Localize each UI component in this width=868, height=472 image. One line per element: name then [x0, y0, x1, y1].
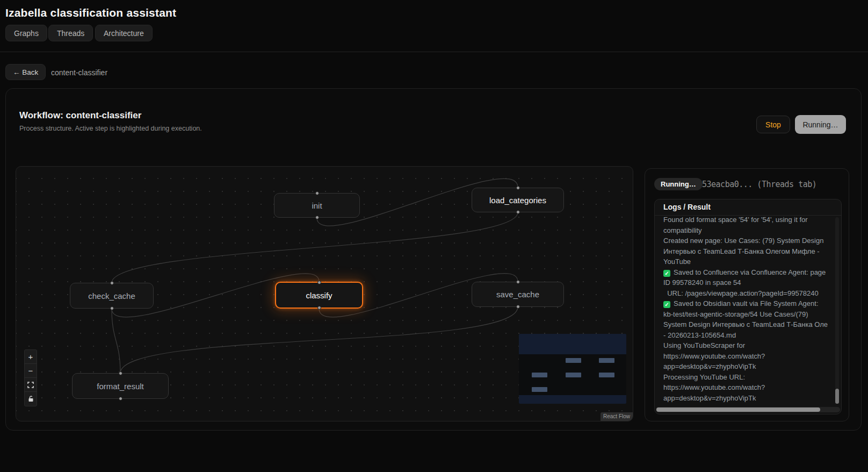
minimap-node [599, 373, 614, 377]
log-line: Processing YouTube URL: https://www.yout… [663, 372, 828, 404]
log-line: URL: /pages/viewpage.action?pageId=99578… [663, 288, 828, 299]
log-line: ✓Saved to Obsidian vault via File System… [663, 298, 828, 340]
plus-icon: + [28, 351, 33, 363]
unlock-icon [28, 396, 34, 402]
minimap[interactable] [519, 334, 626, 404]
node-handle[interactable] [315, 216, 319, 219]
flow-node-check-cache[interactable]: check_cache [70, 283, 154, 309]
page-title: Izabella classification assistant [5, 6, 176, 19]
node-handle[interactable] [317, 281, 321, 284]
fit-view-button[interactable] [25, 378, 37, 392]
vertical-scrollbar-thumb[interactable] [835, 389, 839, 404]
flow-node-init[interactable]: init [274, 193, 360, 218]
running-button[interactable]: Running… [795, 115, 846, 134]
node-label: load_categories [489, 196, 546, 205]
logs-title: Logs / Result [655, 199, 841, 216]
minimap-node [566, 373, 581, 377]
canvas-controls: + − [24, 349, 37, 406]
node-label: save_cache [496, 290, 539, 299]
workflow-subtitle: Process structure. Active step is highli… [19, 125, 202, 132]
log-line: Created new page: Use Cases: (79) System… [663, 235, 828, 267]
fit-view-icon [27, 382, 34, 388]
flow-canvas[interactable]: init load_categories check_cache classif… [16, 166, 633, 421]
tab-threads[interactable]: Threads [48, 25, 93, 41]
node-handle[interactable] [315, 191, 319, 195]
zoom-out-button[interactable]: − [25, 364, 37, 378]
horizontal-scrollbar[interactable] [656, 407, 840, 412]
flow-node-classify[interactable]: classify [275, 282, 363, 309]
minimap-node [599, 358, 614, 363]
check-icon: ✓ [663, 301, 670, 308]
node-handle[interactable] [110, 281, 114, 285]
log-line: Found old format space '54' for '54', us… [663, 216, 828, 235]
check-icon: ✓ [663, 270, 670, 277]
flow-node-format-result[interactable]: format_result [72, 373, 169, 399]
node-handle[interactable] [119, 371, 122, 375]
thread-id: 53eacba0... (Threads tab) [702, 180, 816, 189]
node-handle[interactable] [317, 306, 321, 310]
node-handle[interactable] [516, 280, 520, 284]
workflow-card: Workflow: content-classifier Process str… [5, 88, 862, 431]
tab-graphs[interactable]: Graphs [5, 25, 47, 41]
node-handle[interactable] [119, 397, 122, 401]
vertical-scrollbar[interactable] [835, 217, 839, 404]
flow-node-load-categories[interactable]: load_categories [472, 188, 564, 212]
node-handle[interactable] [516, 305, 520, 309]
minimap-node [566, 358, 581, 363]
react-flow-attribution: React Flow [601, 412, 633, 421]
zoom-in-button[interactable]: + [25, 350, 37, 364]
node-label: format_result [97, 382, 144, 391]
node-handle[interactable] [516, 186, 520, 190]
status-badge: Running… [654, 178, 703, 190]
header-divider [0, 52, 868, 52]
node-handle[interactable] [110, 306, 114, 310]
node-handle[interactable] [516, 210, 520, 214]
logs-card: Logs / Result Found old format space '54… [654, 199, 842, 414]
flow-node-save-cache[interactable]: save_cache [472, 282, 564, 307]
minimap-node [532, 387, 547, 392]
workflow-title: Workflow: content-classifier [19, 110, 141, 121]
minimap-node [532, 373, 547, 377]
tab-architecture[interactable]: Architecture [95, 25, 153, 41]
lock-toggle-button[interactable] [25, 392, 37, 406]
logs-body[interactable]: Found old format space '54' for '54', us… [655, 216, 841, 405]
node-label: classify [306, 291, 332, 300]
log-line: ✓Saved to Confluence via Confluence Agen… [663, 267, 828, 288]
minus-icon: − [28, 364, 33, 377]
back-button[interactable]: ← Back [5, 64, 46, 80]
breadcrumb: content-classifier [51, 68, 107, 77]
node-label: check_cache [88, 291, 135, 301]
horizontal-scrollbar-thumb[interactable] [656, 407, 820, 412]
run-status-panel: Running… 53eacba0... (Threads tab) Logs … [645, 168, 849, 421]
node-label: init [312, 201, 322, 210]
stop-button[interactable]: Stop [756, 116, 790, 133]
log-line: Using YouTubeScraper for https://www.you… [663, 340, 828, 372]
